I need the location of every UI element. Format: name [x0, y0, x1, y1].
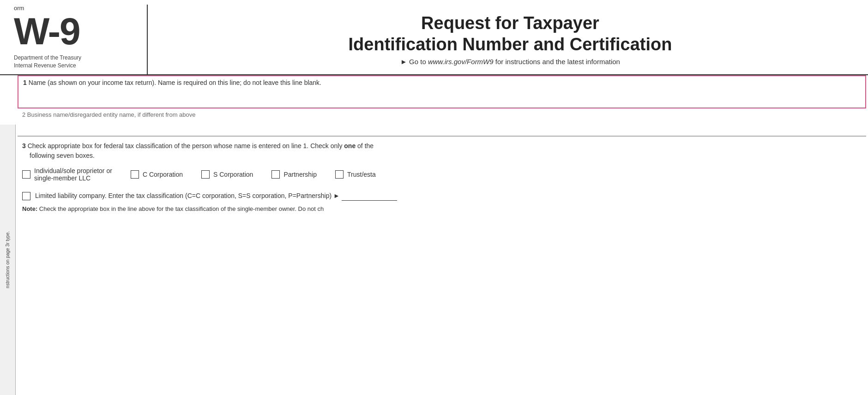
header-right: Request for Taxpayer Identification Numb…	[148, 5, 868, 74]
checkbox-s-corp-box[interactable]	[201, 170, 210, 179]
checkbox-llc-box[interactable]	[22, 192, 30, 200]
checkbox-trust: Trust/esta	[335, 170, 376, 179]
field-1-container: 1Name (as shown on your income tax retur…	[18, 75, 866, 108]
llc-underline	[342, 200, 397, 201]
checkbox-s-corp-label: S Corporation	[213, 171, 253, 178]
main-content: r type. nstructions on page 3 1Name (as …	[0, 75, 868, 385]
section-3-header: 3 Check appropriate box for federal tax …	[22, 141, 862, 161]
checkbox-partnership: Partnership	[271, 170, 317, 179]
sidebar: r type. nstructions on page 3	[0, 125, 16, 395]
section-3-text3: following seven boxes.	[30, 152, 95, 159]
page: orm W-9 Department of the Treasury Inter…	[0, 0, 868, 395]
form-header: orm W-9 Department of the Treasury Inter…	[0, 0, 868, 75]
section-3-bold: one	[344, 142, 356, 150]
field-1-input-area[interactable]	[23, 86, 861, 105]
llc-text: Limited liability company. Enter the tax…	[35, 191, 862, 201]
llc-label-text: Limited liability company. Enter the tax…	[35, 192, 340, 199]
irs-link-url: www.irs.gov/FormW9	[428, 58, 494, 66]
note-content: Check the appropriate box in the line ab…	[37, 205, 324, 212]
irs-link: ► Go to www.irs.gov/FormW9 for instructi…	[162, 58, 859, 66]
form-container: orm W-9 Department of the Treasury Inter…	[0, 0, 868, 395]
checkbox-individual: Individual/sole proprietor or single-mem…	[22, 167, 112, 182]
field-1-number: 1	[23, 79, 27, 86]
dept-line1: Department of the Treasury	[14, 54, 138, 62]
field-2-input-area[interactable]	[22, 118, 862, 132]
individual-label-line1: Individual/sole proprietor or	[34, 167, 112, 174]
note-bold: Note:	[22, 205, 37, 212]
checkbox-c-corp-box[interactable]	[131, 170, 139, 179]
checkbox-s-corp: S Corporation	[201, 170, 253, 179]
checkbox-individual-box[interactable]	[22, 170, 30, 179]
form-fields: 1Name (as shown on your income tax retur…	[16, 75, 868, 385]
header-left: orm W-9 Department of the Treasury Inter…	[0, 5, 148, 74]
section-3-text2: of the	[356, 142, 374, 150]
checkbox-trust-box[interactable]	[335, 170, 344, 179]
field-2-label: 2 Business name/disregarded entity name,…	[22, 111, 862, 118]
irs-link-suffix: for instructions and the latest informat…	[494, 58, 620, 66]
llc-row: Limited liability company. Enter the tax…	[22, 191, 862, 201]
form-title-sub: Identification Number and Certification	[162, 34, 859, 55]
section-3-number: 3	[22, 142, 26, 150]
checkbox-partnership-box[interactable]	[271, 170, 280, 179]
section-3-text-pre: Check appropriate box for federal tax cl…	[28, 142, 344, 150]
field-2-number: 2	[22, 111, 25, 118]
field-2-text: Business name/disregarded entity name, i…	[27, 111, 196, 118]
checkbox-partnership-label: Partnership	[283, 171, 317, 178]
note-text: Note: Check the appropriate box in the l…	[22, 204, 862, 214]
field-1-label: 1Name (as shown on your income tax retur…	[23, 79, 861, 86]
sidebar-instructions-text: nstructions on page 3	[5, 244, 11, 288]
checkbox-individual-label: Individual/sole proprietor or single-mem…	[34, 167, 112, 182]
irs-link-prefix: ► Go to	[400, 58, 428, 66]
checkbox-c-corp: C Corporation	[131, 170, 183, 179]
dept-line2: Internal Revenue Service	[14, 62, 138, 70]
field-1-text: Name (as shown on your income tax return…	[29, 79, 321, 86]
checkboxes-row: Individual/sole proprietor or single-mem…	[22, 167, 862, 182]
sidebar-type-text: r type.	[5, 231, 11, 244]
dept-info: Department of the Treasury Internal Reve…	[14, 54, 138, 70]
section-3-container: 3 Check appropriate box for federal tax …	[18, 136, 866, 218]
form-number: W-9	[14, 12, 138, 50]
checkbox-c-corp-label: C Corporation	[143, 171, 183, 178]
form-title-main: Request for Taxpayer	[162, 13, 859, 34]
field-2-container: 2 Business name/disregarded entity name,…	[18, 108, 866, 136]
individual-label-line2: single-member LLC	[34, 174, 90, 182]
checkbox-trust-label: Trust/esta	[347, 171, 376, 178]
